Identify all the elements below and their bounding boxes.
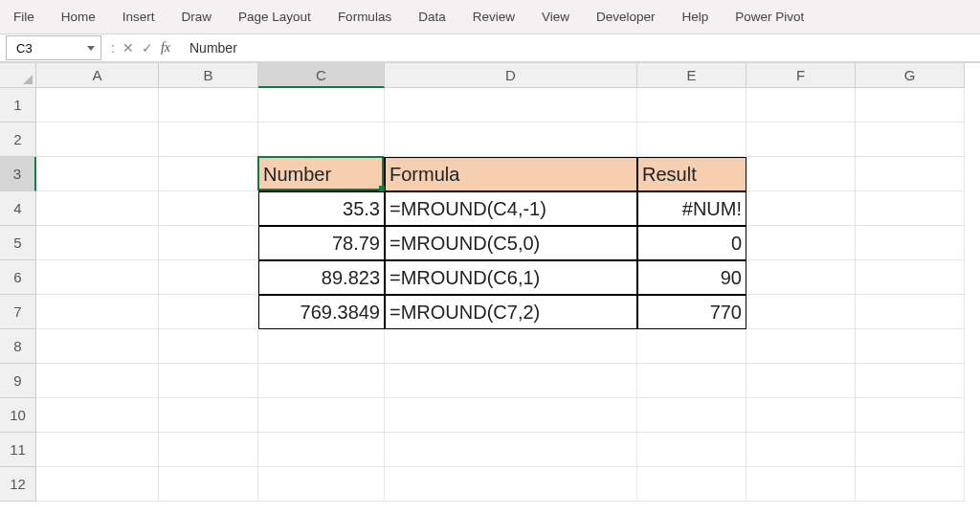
cell-C11[interactable] — [258, 433, 385, 467]
row-header-5[interactable]: 5 — [0, 226, 36, 260]
tab-help[interactable]: Help — [669, 6, 723, 28]
cell-E1[interactable] — [637, 88, 746, 123]
cell-F5[interactable] — [746, 226, 856, 260]
cell-A1[interactable] — [36, 88, 159, 123]
cell-C9[interactable] — [258, 364, 385, 398]
cell-E11[interactable] — [637, 433, 746, 467]
row-header-10[interactable]: 10 — [0, 398, 36, 433]
enter-icon[interactable]: ✓ — [142, 40, 153, 56]
tab-review[interactable]: Review — [459, 6, 528, 28]
cell-B3[interactable] — [159, 157, 258, 191]
cell-A8[interactable] — [36, 329, 159, 364]
row-header-1[interactable]: 1 — [0, 88, 36, 123]
cell-C1[interactable] — [258, 88, 385, 123]
cell-F1[interactable] — [746, 88, 856, 123]
cell-B8[interactable] — [159, 329, 258, 364]
cell-E10[interactable] — [637, 398, 746, 433]
cell-D8[interactable] — [385, 329, 637, 364]
cell-C6[interactable]: 89.823 — [258, 260, 385, 295]
cell-D3[interactable]: Formula — [385, 157, 637, 191]
cell-D5[interactable]: =MROUND(C5,0) — [385, 226, 637, 260]
cell-D9[interactable] — [385, 364, 637, 398]
cell-F12[interactable] — [746, 467, 856, 502]
cell-C12[interactable] — [258, 467, 385, 502]
cell-B1[interactable] — [159, 88, 258, 123]
col-header-B[interactable]: B — [159, 63, 258, 88]
cell-C3[interactable]: Number — [258, 157, 385, 191]
cell-A5[interactable] — [36, 226, 159, 260]
cell-G11[interactable] — [856, 433, 965, 467]
cell-D11[interactable] — [385, 433, 637, 467]
cell-A11[interactable] — [36, 433, 159, 467]
cell-B10[interactable] — [159, 398, 258, 433]
select-all-corner[interactable] — [0, 63, 36, 88]
cell-B7[interactable] — [159, 295, 258, 329]
tab-data[interactable]: Data — [405, 6, 459, 28]
cell-D6[interactable]: =MROUND(C6,1) — [385, 260, 637, 295]
cell-F3[interactable] — [746, 157, 856, 191]
tab-formulas[interactable]: Formulas — [324, 6, 405, 28]
cell-D2[interactable] — [385, 123, 637, 157]
cell-E4[interactable]: #NUM! — [637, 191, 746, 226]
cell-A10[interactable] — [36, 398, 159, 433]
cell-C7[interactable]: 769.3849 — [258, 295, 385, 329]
cell-F8[interactable] — [746, 329, 856, 364]
row-header-12[interactable]: 12 — [0, 467, 36, 502]
cell-G9[interactable] — [856, 364, 965, 398]
tab-file[interactable]: File — [0, 6, 48, 28]
cell-G6[interactable] — [856, 260, 965, 295]
cell-G12[interactable] — [856, 467, 965, 502]
cell-D12[interactable] — [385, 467, 637, 502]
cell-E8[interactable] — [637, 329, 746, 364]
formula-input[interactable]: Number — [180, 40, 980, 56]
row-header-8[interactable]: 8 — [0, 329, 36, 364]
col-header-A[interactable]: A — [36, 63, 159, 88]
cell-D4[interactable]: =MROUND(C4,-1) — [385, 191, 637, 226]
cell-C10[interactable] — [258, 398, 385, 433]
cell-A9[interactable] — [36, 364, 159, 398]
col-header-D[interactable]: D — [385, 63, 637, 88]
cell-G8[interactable] — [856, 329, 965, 364]
cell-A2[interactable] — [36, 123, 159, 157]
cell-E7[interactable]: 770 — [637, 295, 746, 329]
row-header-9[interactable]: 9 — [0, 364, 36, 398]
name-box[interactable]: C3 — [6, 35, 101, 60]
cell-G7[interactable] — [856, 295, 965, 329]
cell-F11[interactable] — [746, 433, 856, 467]
cell-B5[interactable] — [159, 226, 258, 260]
cell-E2[interactable] — [637, 123, 746, 157]
tab-page-layout[interactable]: Page Layout — [225, 6, 324, 28]
row-header-3[interactable]: 3 — [0, 157, 36, 191]
cell-A3[interactable] — [36, 157, 159, 191]
cell-F9[interactable] — [746, 364, 856, 398]
cell-E6[interactable]: 90 — [637, 260, 746, 295]
col-header-E[interactable]: E — [637, 63, 746, 88]
cell-E12[interactable] — [637, 467, 746, 502]
cell-F7[interactable] — [746, 295, 856, 329]
cell-G3[interactable] — [856, 157, 965, 191]
cell-C5[interactable]: 78.79 — [258, 226, 385, 260]
tab-insert[interactable]: Insert — [109, 6, 168, 28]
cell-A12[interactable] — [36, 467, 159, 502]
row-header-11[interactable]: 11 — [0, 433, 36, 467]
cell-G2[interactable] — [856, 123, 965, 157]
row-header-4[interactable]: 4 — [0, 191, 36, 226]
cell-E9[interactable] — [637, 364, 746, 398]
cancel-icon[interactable]: ✕ — [122, 40, 134, 56]
tab-draw[interactable]: Draw — [168, 6, 226, 28]
tab-developer[interactable]: Developer — [583, 6, 669, 28]
fx-icon[interactable]: fx — [161, 40, 170, 56]
cell-G10[interactable] — [856, 398, 965, 433]
cell-B11[interactable] — [159, 433, 258, 467]
cell-F4[interactable] — [746, 191, 856, 226]
cell-A6[interactable] — [36, 260, 159, 295]
cell-D7[interactable]: =MROUND(C7,2) — [385, 295, 637, 329]
row-header-7[interactable]: 7 — [0, 295, 36, 329]
col-header-G[interactable]: G — [856, 63, 965, 88]
row-header-2[interactable]: 2 — [0, 123, 36, 157]
cell-D1[interactable] — [385, 88, 637, 123]
row-header-6[interactable]: 6 — [0, 260, 36, 295]
cell-A7[interactable] — [36, 295, 159, 329]
cell-E5[interactable]: 0 — [637, 226, 746, 260]
cell-A4[interactable] — [36, 191, 159, 226]
